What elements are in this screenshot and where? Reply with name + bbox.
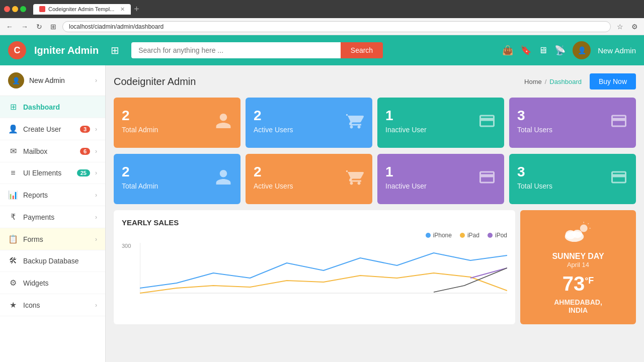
mailbox-badge: 6 (80, 148, 90, 155)
ui-elements-badge: 25 (77, 169, 90, 176)
app-header: C Igniter Admin ⊞ Search 👜 🔖 🖥 📡 👤 New A… (0, 35, 644, 65)
back-btn[interactable]: ← (4, 22, 15, 32)
stat-card-total-users-1: 3 Total Users (509, 98, 636, 148)
svg-point-2 (580, 225, 588, 232)
stat-card-inactive-user-1: 1 Inactive User (377, 98, 504, 148)
minimize-window-btn[interactable] (12, 6, 18, 12)
sidebar-item-forms[interactable]: 📋 Forms › (0, 228, 105, 250)
weather-card: SUNNEY DAY April 14 73°F AHMEDABAD, INDI… (520, 210, 636, 324)
legend-dot-iphone (426, 233, 431, 238)
stat-card-total-admin-2: 2 Total Admin (114, 154, 240, 204)
sidebar-item-label: UI Elements (23, 169, 72, 177)
buy-now-button[interactable]: Buy Now (590, 73, 636, 89)
sidebar-item-label: Create User (23, 125, 75, 133)
wallet-icon[interactable]: 👜 (502, 45, 513, 56)
sidebar-item-label: Mailbox (23, 147, 75, 155)
bookmark-btn[interactable]: ☆ (615, 22, 625, 32)
active-tab[interactable]: Codeigniter Admin Templ... ✕ (33, 4, 131, 15)
sidebar-item-payments[interactable]: ₹ Payments › (0, 206, 105, 228)
reports-chevron: › (95, 192, 97, 199)
legend-iphone: iPhone (426, 232, 452, 239)
legend-ipod: iPod (488, 232, 507, 239)
svg-point-8 (573, 230, 583, 238)
rss-icon[interactable]: 📡 (554, 45, 566, 56)
reload-btn[interactable]: ↻ (34, 22, 44, 32)
bookmark-header-icon[interactable]: 🔖 (520, 45, 531, 56)
weather-location: AHMEDABAD, INDIA (554, 298, 602, 314)
weather-city: AHMEDABAD, (554, 298, 602, 306)
sidebar-user-name: New Admin (29, 76, 90, 84)
grid-menu-icon[interactable]: ⊞ (111, 44, 119, 56)
sidebar-item-icons[interactable]: ★ Icons › (0, 294, 105, 316)
tab-close-icon[interactable]: ✕ (120, 6, 125, 13)
payments-chevron: › (95, 214, 97, 221)
stat-number: 2 (122, 108, 130, 124)
breadcrumb-home[interactable]: Home (524, 78, 542, 85)
sidebar-item-widgets[interactable]: ⚙ Widgets (0, 272, 105, 294)
close-window-btn[interactable] (4, 6, 10, 12)
address-bar-row: ← → ↻ ⊞ ☆ ⚙ (0, 18, 644, 35)
stat-card-active-users-1: 2 Active Users (246, 98, 372, 148)
stat-label: Total Admin (122, 182, 158, 190)
search-button[interactable]: Search (341, 42, 383, 58)
sidebar-item-backup-database[interactable]: 🛠 Backup Database (0, 250, 105, 272)
sidebar-item-dashboard[interactable]: ⊞ Dashboard (0, 96, 105, 118)
dashboard-icon: ⊞ (8, 102, 18, 112)
maximize-window-btn[interactable] (20, 6, 26, 12)
sidebar-item-ui-elements[interactable]: ≡ UI Elements 25 › (0, 162, 105, 184)
admin-avatar[interactable]: 👤 (573, 41, 591, 59)
sidebar-item-label: Forms (23, 235, 90, 243)
weather-day: SUNNEY DAY (552, 252, 604, 261)
main-content: Codeigniter Admin Home / Dashboard Buy N… (106, 65, 644, 362)
breadcrumb-current: Dashboard (549, 78, 582, 85)
search-input[interactable] (131, 42, 341, 58)
stat-label: Active Users (254, 126, 293, 134)
sidebar-item-mailbox[interactable]: ✉ Mailbox 6 › (0, 140, 105, 162)
monitor-icon[interactable]: 🖥 (538, 45, 547, 56)
stat-number: 2 (254, 108, 262, 124)
stat-user-icon (214, 112, 232, 134)
stat-card-inactive-user-2: 1 Inactive User (377, 154, 504, 204)
tab-favicon (39, 6, 45, 12)
chart-container: 300 (122, 243, 507, 298)
payments-icon: ₹ (8, 212, 18, 222)
create-user-badge: 3 (80, 126, 90, 133)
browser-bar: Codeigniter Admin Templ... ✕ + (0, 0, 644, 18)
forms-icon: 📋 (8, 234, 18, 244)
sidebar-item-create-user[interactable]: 👤 Create User 3 › (0, 118, 105, 140)
sidebar-user-avatar: 👤 (8, 72, 24, 88)
chart-section: YEARLY SALES iPhone iPad iPod (114, 210, 515, 324)
legend-label-iphone: iPhone (433, 232, 452, 239)
legend-dot-ipad (460, 233, 465, 238)
icons-chevron: › (95, 302, 97, 309)
address-input[interactable] (62, 21, 611, 32)
svg-line-4 (588, 223, 589, 224)
chart-y-label: 300 (122, 243, 131, 249)
stat-label: Total Admin (122, 126, 158, 134)
sidebar-item-label: Payments (23, 213, 90, 221)
apps-btn[interactable]: ⊞ (48, 22, 58, 32)
search-container: Search (131, 42, 383, 58)
brand-logo: C (8, 41, 26, 59)
weather-date: April 14 (567, 261, 589, 268)
header-icons: 👜 🔖 🖥 📡 👤 New Admin (502, 41, 636, 59)
weather-temp: 73°F (562, 273, 594, 295)
window-controls (4, 6, 26, 12)
stat-user2-icon (214, 168, 232, 190)
stats-row-1: 2 Total Admin 2 Active Users 1 Inactive … (114, 98, 636, 148)
legend-ipad: iPad (460, 232, 479, 239)
sidebar-item-reports[interactable]: 📊 Reports › (0, 184, 105, 206)
stat-cart2-icon (346, 168, 364, 190)
sidebar-item-label: Backup Database (23, 257, 97, 265)
sidebar-user[interactable]: 👤 New Admin › (0, 65, 105, 96)
stat-number: 3 (517, 164, 525, 180)
stat-card-total-admin-1: 2 Total Admin (114, 98, 240, 148)
stats-row-2: 2 Total Admin 2 Active Users 1 Inactive … (114, 154, 636, 204)
chart-svg (140, 243, 507, 298)
extensions-btn[interactable]: ⚙ (629, 22, 640, 32)
forward-btn[interactable]: → (19, 22, 30, 32)
new-tab-btn[interactable]: + (134, 4, 139, 15)
layout: 👤 New Admin › ⊞ Dashboard 👤 Create User … (0, 65, 644, 362)
tab-title: Codeigniter Admin Templ... (48, 6, 114, 12)
stat-number: 2 (122, 164, 130, 180)
